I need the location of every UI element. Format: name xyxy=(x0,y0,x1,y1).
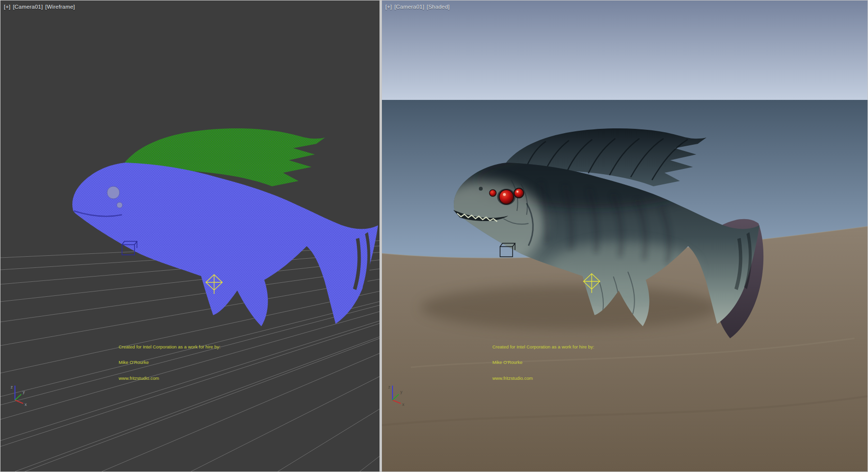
viewport-menu-general[interactable]: [+] xyxy=(4,4,11,10)
credit-line-1: Created for Intel Corporation as a work … xyxy=(119,345,220,350)
axis-x-label: x xyxy=(402,402,405,407)
credit-line-3: www.fritzstudio.com xyxy=(492,376,594,381)
viewport-label-right: [+] [Camera01] [Shaded] xyxy=(385,4,449,10)
axis-y-label: y xyxy=(23,389,25,394)
credit-line-2: Mike O'Rourke xyxy=(492,360,594,365)
viewport-wireframe[interactable]: z x y [+] [Camera01] [Wireframe] Created… xyxy=(0,0,380,472)
axis-x-label: x xyxy=(25,402,27,407)
credit-line-3: www.fritzstudio.com xyxy=(119,376,220,381)
credit-line-2: Mike O'Rourke xyxy=(119,360,220,365)
fish-eye xyxy=(489,190,496,196)
axis-y-label: y xyxy=(400,389,403,394)
eye-highlight xyxy=(516,191,518,193)
scene-credit-text: Created for Intel Corporation as a work … xyxy=(119,334,220,391)
viewport-menu-general[interactable]: [+] xyxy=(385,4,392,10)
viewport-menu-shading[interactable]: [Shaded] xyxy=(427,4,450,10)
fish-eye-spot xyxy=(107,186,120,199)
axis-z-label: z xyxy=(388,385,391,389)
viewport-label-left: [+] [Camera01] [Wireframe] xyxy=(4,4,75,10)
eye-highlight xyxy=(503,193,506,196)
viewport-menu-pov[interactable]: [Camera01] xyxy=(13,4,43,10)
fish-nostril xyxy=(479,187,483,191)
fish-eye xyxy=(514,188,524,198)
fish-eye-spot xyxy=(117,202,122,208)
sky-layer xyxy=(382,0,868,100)
axis-z-label: z xyxy=(11,385,13,389)
fish-eye xyxy=(499,190,514,204)
credit-line-1: Created for Intel Corporation as a work … xyxy=(492,345,594,350)
shaded-canvas[interactable]: z x y xyxy=(382,0,868,472)
viewport-shaded[interactable]: z x y [+] [Camera01] [Shaded] Created fo… xyxy=(382,0,868,472)
fish-ground-shadow xyxy=(420,285,719,330)
max-viewport-area: z x y [+] [Camera01] [Wireframe] Created… xyxy=(0,0,868,472)
wireframe-canvas[interactable]: z x y xyxy=(0,0,380,472)
viewport-menu-pov[interactable]: [Camera01] xyxy=(394,4,424,10)
scene-credit-text: Created for Intel Corporation as a work … xyxy=(492,334,594,391)
viewport-menu-shading[interactable]: [Wireframe] xyxy=(45,4,75,10)
